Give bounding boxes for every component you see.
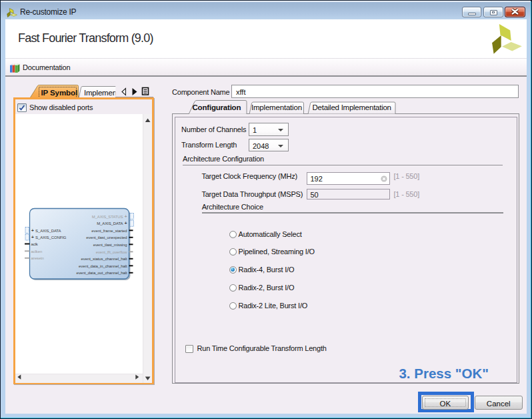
svg-text:Configuration: Configuration	[193, 103, 241, 111]
svg-text:Detailed Implementation: Detailed Implementation	[313, 103, 391, 111]
svg-text:IP Symbol: IP Symbol	[41, 89, 78, 97]
svg-text:Implementation: Implementation	[84, 89, 135, 97]
svg-text:Implementation: Implementation	[251, 103, 302, 111]
